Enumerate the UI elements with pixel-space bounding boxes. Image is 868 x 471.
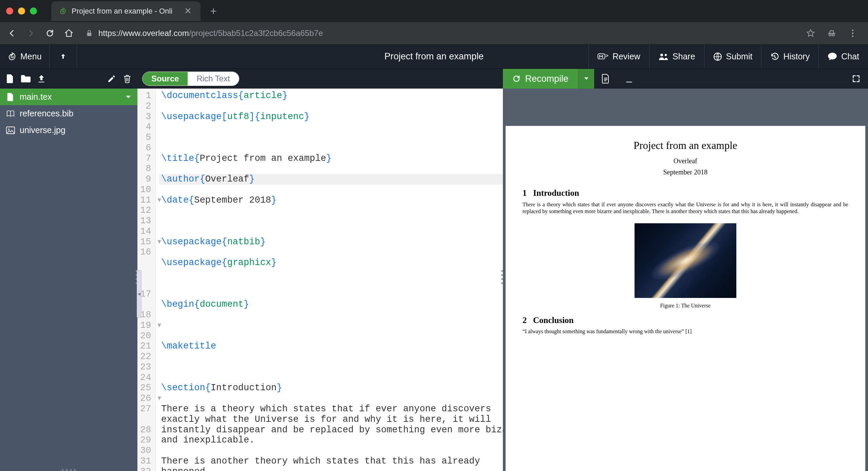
rich-text-tab[interactable]: Rich Text [188,72,239,86]
address-input[interactable]: https://www.overleaf.com/project/5bab51c… [86,29,798,38]
browser-menu-icon[interactable] [848,28,858,38]
fullscreen-button[interactable] [844,69,868,89]
source-tab[interactable]: Source [143,72,188,86]
pdf-preview-panel: Recompile Project from an example Overle… [503,69,868,471]
new-file-button[interactable] [5,74,15,83]
upload-file-button[interactable] [37,74,46,83]
share-button[interactable]: Share [649,44,704,69]
pdf-figure-image [635,223,736,298]
pdf-section-2: 2 Conclusion [523,316,848,325]
svg-point-1 [829,34,831,36]
editor-toolbar: Source Rich Text [137,69,503,89]
chat-label: Chat [841,52,859,61]
file-name: main.tex [20,92,52,102]
chat-button[interactable]: Chat [818,44,868,69]
submit-icon [713,52,722,61]
pdf-page: Project from an example Overleaf Septemb… [506,126,865,471]
lock-icon [86,30,93,37]
file-icon [6,93,15,101]
refresh-icon [512,75,521,83]
nav-back-button[interactable] [6,27,18,39]
overleaf-favicon-icon [59,7,67,15]
menu-button[interactable]: Menu [0,44,50,69]
pdf-author: Overleaf [523,157,848,165]
svg-point-3 [852,29,854,31]
svg-point-8 [665,54,667,56]
file-tree-toolbar [0,69,137,89]
arrow-up-icon [59,53,67,61]
app-header: Menu Project from an example Review Shar… [0,44,868,69]
history-icon [770,52,779,61]
menu-label: Menu [20,52,42,61]
file-outline-panel [0,138,137,471]
pdf-paragraph: There is a theory which states that if e… [523,201,848,215]
file-name: universe.jpg [20,125,65,135]
pdf-title: Project from an example [523,139,848,152]
window-close-button[interactable] [6,7,13,15]
editor-panel: Source Rich Text 1 2 3 4 5 6 7 8 9 10 11… [137,69,503,471]
rename-button[interactable] [107,74,116,83]
share-icon [658,53,668,61]
pdf-figure: Figure 1: The Universe [523,223,848,309]
browser-tab-title: Project from an example - Onli [72,7,178,16]
window-maximize-button[interactable] [30,7,37,15]
image-icon [6,126,15,135]
tab-close-icon[interactable]: ✕ [183,6,193,16]
recompile-label: Recompile [525,74,569,84]
submit-button[interactable]: Submit [704,44,761,69]
recompile-button[interactable]: Recompile [503,69,578,89]
share-label: Share [673,52,695,61]
panel-resize-handle-horizontal[interactable] [62,469,76,471]
review-button[interactable]: Review [588,44,649,69]
editor-mode-toggle: Source Rich Text [142,72,239,86]
browser-tab-strip: Project from an example - Onli ✕ + [0,0,868,22]
svg-point-5 [852,35,854,37]
pdf-section-1: 1 Introduction [523,188,848,198]
book-icon [6,109,15,118]
chat-icon [828,52,837,61]
chevron-down-icon[interactable] [125,95,131,99]
up-button[interactable] [50,44,77,69]
pdf-quote: “I always thought something was fundamen… [523,328,848,335]
bookmark-star-icon[interactable] [806,28,816,38]
download-pdf-button[interactable] [617,69,641,89]
svg-point-2 [832,34,834,36]
review-label: Review [612,52,640,61]
recompile-dropdown[interactable] [578,69,594,89]
svg-point-4 [852,32,854,34]
incognito-icon[interactable] [827,28,837,38]
preview-toolbar: Recompile [503,69,868,89]
url-text: https://www.overleaf.com/project/5bab51c… [98,29,323,38]
overleaf-logo-icon [7,52,16,61]
review-icon [598,53,608,61]
pdf-date: September 2018 [523,168,848,176]
window-controls [6,7,37,15]
svg-rect-0 [87,33,92,36]
pdf-viewport[interactable]: Project from an example Overleaf Septemb… [503,89,868,471]
svg-point-11 [8,129,10,130]
svg-point-7 [660,54,663,56]
nav-forward-button[interactable] [25,27,37,39]
file-tree-item[interactable]: universe.jpg [0,122,137,138]
nav-home-button[interactable] [63,27,75,39]
nav-reload-button[interactable] [44,27,56,39]
file-tree-panel: main.texreferences.bibuniverse.jpg [0,69,137,471]
delete-button[interactable] [122,74,132,83]
browser-tab[interactable]: Project from an example - Onli ✕ [51,1,201,21]
code-editor[interactable]: 1 2 3 4 5 6 7 8 9 10 11 ▾ 12 13 14 15 ▾ … [137,89,503,471]
file-tree-item[interactable]: main.tex [0,89,137,105]
browser-address-bar: https://www.overleaf.com/project/5bab51c… [0,22,868,44]
panel-resize-handle[interactable] [501,270,505,284]
new-tab-button[interactable]: + [210,4,217,18]
pdf-figure-caption: Figure 1: The Universe [660,303,711,309]
file-name: references.bib [20,109,73,118]
history-button[interactable]: History [761,44,818,69]
new-folder-button[interactable] [21,74,31,83]
file-tree-item[interactable]: references.bib [0,105,137,122]
submit-label: Submit [726,52,753,61]
collapse-file-tree-button[interactable]: ◂ [137,270,141,318]
view-logs-button[interactable] [594,69,617,89]
history-label: History [783,52,810,61]
project-title[interactable]: Project from an example [384,51,484,61]
window-minimize-button[interactable] [18,7,25,15]
